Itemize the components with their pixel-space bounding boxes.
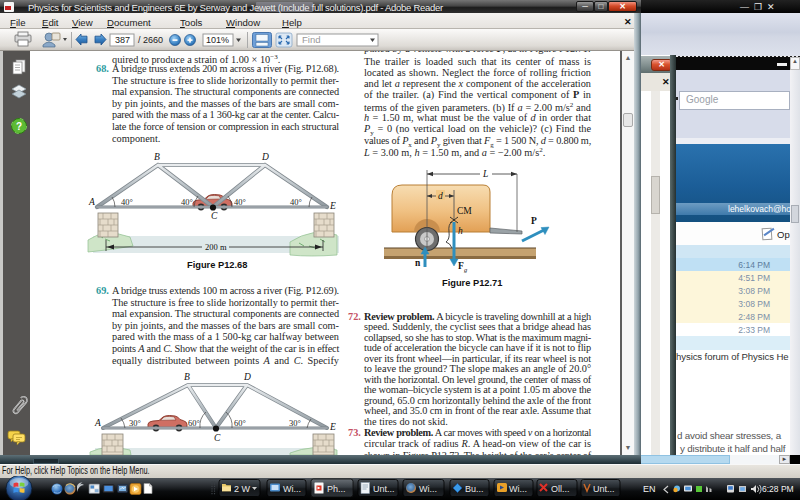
svg-text:6:28 PM: 6:28 PM xyxy=(762,484,794,494)
svg-text:Unt...: Unt... xyxy=(373,484,395,494)
svg-text:E: E xyxy=(329,201,336,211)
svg-text:60°: 60° xyxy=(234,418,246,428)
svg-text:Unt...: Unt... xyxy=(593,484,615,494)
svg-text:Bu...: Bu... xyxy=(465,484,484,494)
svg-text:101%: 101% xyxy=(206,35,229,45)
svg-text:D: D xyxy=(243,372,251,382)
svg-text:Wi...: Wi... xyxy=(283,484,301,494)
svg-text:40°: 40° xyxy=(121,197,133,207)
svg-text:387: 387 xyxy=(115,35,130,45)
svg-text:h: h xyxy=(458,226,463,236)
svg-text:Oll...: Oll... xyxy=(551,484,570,494)
svg-text:Wi...: Wi... xyxy=(419,484,437,494)
svg-text:L: L xyxy=(482,169,488,179)
svg-text:30°: 30° xyxy=(129,418,141,428)
svg-text:Figure P12.71: Figure P12.71 xyxy=(442,278,502,288)
svg-text:E: E xyxy=(329,422,336,432)
svg-text:40°: 40° xyxy=(234,197,246,207)
svg-text:Wi...: Wi... xyxy=(509,484,527,494)
svg-text:n: n xyxy=(415,258,421,268)
svg-text:B: B xyxy=(184,372,190,382)
svg-text:2 W: 2 W xyxy=(234,484,251,494)
svg-text:A: A xyxy=(88,197,95,207)
svg-text:Ph...: Ph... xyxy=(327,484,346,494)
svg-text:40°: 40° xyxy=(181,197,193,207)
svg-text:B: B xyxy=(154,152,160,162)
svg-text:C: C xyxy=(214,433,221,443)
svg-text:C: C xyxy=(211,211,218,221)
svg-text:60°: 60° xyxy=(188,418,200,428)
svg-text:/ 2660: / 2660 xyxy=(138,35,163,45)
svg-text:g: g xyxy=(464,266,468,273)
svg-text:d: d xyxy=(438,191,443,201)
svg-text:P: P xyxy=(531,216,537,226)
svg-text:A: A xyxy=(94,418,101,428)
svg-text:?: ? xyxy=(16,121,22,132)
svg-text:CM: CM xyxy=(457,206,472,216)
svg-text:40°: 40° xyxy=(290,197,302,207)
svg-text:200 m: 200 m xyxy=(205,242,227,252)
svg-text:D: D xyxy=(261,152,269,162)
svg-text:Figure P12.68: Figure P12.68 xyxy=(187,260,247,270)
svg-text:30°: 30° xyxy=(289,418,301,428)
svg-text:Find: Find xyxy=(302,34,320,45)
svg-text:EN: EN xyxy=(643,484,656,494)
